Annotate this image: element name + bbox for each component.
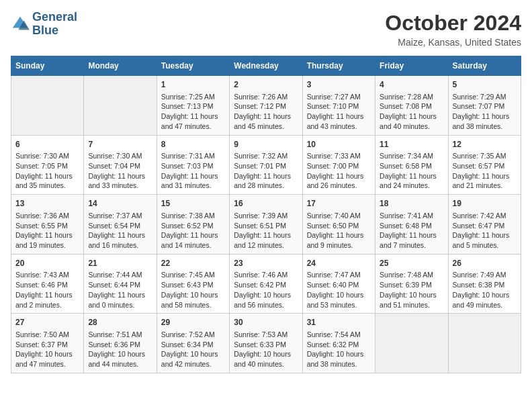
weekday-header-saturday: Saturday [448,56,521,76]
logo-line1: General [32,11,77,24]
day-number: 1 [161,79,225,91]
calendar-cell: 17Sunrise: 7:40 AM Sunset: 6:50 PM Dayli… [302,195,375,255]
day-info: Sunrise: 7:51 AM Sunset: 6:36 PM Dayligh… [88,330,152,369]
day-info: Sunrise: 7:49 AM Sunset: 6:38 PM Dayligh… [453,270,517,310]
calendar-cell: 8Sunrise: 7:31 AM Sunset: 7:03 PM Daylig… [157,135,229,195]
day-number: 4 [380,79,443,91]
calendar-cell: 22Sunrise: 7:45 AM Sunset: 6:43 PM Dayli… [157,254,229,314]
day-number: 7 [88,139,152,150]
day-info: Sunrise: 7:35 AM Sunset: 6:57 PM Dayligh… [453,151,517,191]
calendar-cell: 11Sunrise: 7:34 AM Sunset: 6:58 PM Dayli… [375,135,448,195]
day-number: 28 [88,317,152,328]
day-number: 15 [161,198,225,210]
day-number: 21 [88,258,152,269]
calendar-cell: 18Sunrise: 7:41 AM Sunset: 6:48 PM Dayli… [375,195,448,255]
day-number: 14 [88,198,152,210]
calendar-cell: 6Sunrise: 7:30 AM Sunset: 7:05 PM Daylig… [11,135,84,195]
day-info: Sunrise: 7:44 AM Sunset: 6:44 PM Dayligh… [88,270,152,310]
weekday-header-friday: Friday [375,56,448,76]
calendar-cell [448,314,521,373]
calendar-header: SundayMondayTuesdayWednesdayThursdayFrid… [11,56,521,76]
day-number: 6 [15,139,79,150]
day-info: Sunrise: 7:47 AM Sunset: 6:40 PM Dayligh… [307,270,371,310]
week-row-3: 13Sunrise: 7:36 AM Sunset: 6:55 PM Dayli… [11,195,521,255]
week-row-4: 20Sunrise: 7:43 AM Sunset: 6:46 PM Dayli… [11,254,521,314]
calendar-cell: 29Sunrise: 7:52 AM Sunset: 6:34 PM Dayli… [157,314,229,373]
subtitle: Maize, Kansas, United States [385,37,521,48]
main-title: October 2024 [385,11,521,36]
calendar-cell: 4Sunrise: 7:28 AM Sunset: 7:08 PM Daylig… [375,76,448,136]
day-number: 20 [15,258,79,269]
day-number: 2 [234,79,298,91]
calendar-cell: 26Sunrise: 7:49 AM Sunset: 6:38 PM Dayli… [448,254,521,314]
calendar-table: SundayMondayTuesdayWednesdayThursdayFrid… [11,56,521,373]
day-number: 3 [307,79,371,91]
day-info: Sunrise: 7:52 AM Sunset: 6:34 PM Dayligh… [161,330,225,369]
day-number: 30 [234,317,298,328]
calendar-cell: 5Sunrise: 7:29 AM Sunset: 7:07 PM Daylig… [448,76,521,136]
calendar-body: 1Sunrise: 7:25 AM Sunset: 7:13 PM Daylig… [11,76,521,373]
day-info: Sunrise: 7:38 AM Sunset: 6:52 PM Dayligh… [161,211,225,250]
weekday-header-thursday: Thursday [302,56,375,76]
day-info: Sunrise: 7:41 AM Sunset: 6:48 PM Dayligh… [380,211,443,250]
day-info: Sunrise: 7:39 AM Sunset: 6:51 PM Dayligh… [234,211,298,250]
calendar-cell: 1Sunrise: 7:25 AM Sunset: 7:13 PM Daylig… [157,76,229,136]
day-info: Sunrise: 7:33 AM Sunset: 7:00 PM Dayligh… [307,151,371,191]
calendar-cell: 16Sunrise: 7:39 AM Sunset: 6:51 PM Dayli… [230,195,302,255]
day-info: Sunrise: 7:46 AM Sunset: 6:42 PM Dayligh… [234,270,298,310]
day-info: Sunrise: 7:34 AM Sunset: 6:58 PM Dayligh… [380,151,443,191]
day-info: Sunrise: 7:30 AM Sunset: 7:04 PM Dayligh… [88,151,152,191]
day-info: Sunrise: 7:43 AM Sunset: 6:46 PM Dayligh… [15,270,79,310]
calendar-cell: 14Sunrise: 7:37 AM Sunset: 6:54 PM Dayli… [84,195,157,255]
day-info: Sunrise: 7:45 AM Sunset: 6:43 PM Dayligh… [161,270,225,310]
logo-line2: Blue [32,24,77,38]
calendar-cell: 27Sunrise: 7:50 AM Sunset: 6:37 PM Dayli… [11,314,84,373]
logo-icon [11,15,30,34]
week-row-5: 27Sunrise: 7:50 AM Sunset: 6:37 PM Dayli… [11,314,521,373]
day-info: Sunrise: 7:37 AM Sunset: 6:54 PM Dayligh… [88,211,152,250]
calendar-cell [375,314,448,373]
day-info: Sunrise: 7:36 AM Sunset: 6:55 PM Dayligh… [15,211,79,250]
day-number: 26 [453,258,517,269]
day-number: 5 [453,79,517,91]
day-number: 22 [161,258,225,269]
day-info: Sunrise: 7:32 AM Sunset: 7:01 PM Dayligh… [234,151,298,191]
calendar-cell: 19Sunrise: 7:42 AM Sunset: 6:47 PM Dayli… [448,195,521,255]
calendar-cell: 7Sunrise: 7:30 AM Sunset: 7:04 PM Daylig… [84,135,157,195]
day-number: 18 [380,198,443,210]
calendar-cell: 3Sunrise: 7:27 AM Sunset: 7:10 PM Daylig… [302,76,375,136]
day-info: Sunrise: 7:31 AM Sunset: 7:03 PM Dayligh… [161,151,225,191]
logo: General Blue [11,11,77,38]
weekday-header-sunday: Sunday [11,56,84,76]
day-info: Sunrise: 7:29 AM Sunset: 7:07 PM Dayligh… [453,92,517,132]
day-info: Sunrise: 7:40 AM Sunset: 6:50 PM Dayligh… [307,211,371,250]
page-header: General Blue October 2024 Maize, Kansas,… [11,11,521,48]
title-block: October 2024 Maize, Kansas, United State… [385,11,521,48]
calendar-cell: 2Sunrise: 7:26 AM Sunset: 7:12 PM Daylig… [230,76,302,136]
day-number: 8 [161,139,225,150]
day-number: 17 [307,198,371,210]
calendar-cell: 24Sunrise: 7:47 AM Sunset: 6:40 PM Dayli… [302,254,375,314]
calendar-cell: 9Sunrise: 7:32 AM Sunset: 7:01 PM Daylig… [230,135,302,195]
weekday-header-monday: Monday [84,56,157,76]
day-number: 9 [234,139,298,150]
day-info: Sunrise: 7:28 AM Sunset: 7:08 PM Dayligh… [380,92,443,132]
day-number: 23 [234,258,298,269]
day-info: Sunrise: 7:25 AM Sunset: 7:13 PM Dayligh… [161,92,225,132]
day-info: Sunrise: 7:26 AM Sunset: 7:12 PM Dayligh… [234,92,298,132]
weekday-header-wednesday: Wednesday [230,56,302,76]
calendar-cell: 21Sunrise: 7:44 AM Sunset: 6:44 PM Dayli… [84,254,157,314]
day-number: 11 [380,139,443,150]
calendar-cell: 23Sunrise: 7:46 AM Sunset: 6:42 PM Dayli… [230,254,302,314]
day-info: Sunrise: 7:42 AM Sunset: 6:47 PM Dayligh… [453,211,517,250]
day-number: 19 [453,198,517,210]
day-number: 16 [234,198,298,210]
calendar-cell [11,76,84,136]
logo-text: General Blue [32,11,77,38]
day-info: Sunrise: 7:53 AM Sunset: 6:33 PM Dayligh… [234,330,298,369]
day-info: Sunrise: 7:27 AM Sunset: 7:10 PM Dayligh… [307,92,371,132]
day-number: 29 [161,317,225,328]
day-number: 25 [380,258,443,269]
day-number: 27 [15,317,79,328]
week-row-1: 1Sunrise: 7:25 AM Sunset: 7:13 PM Daylig… [11,76,521,136]
